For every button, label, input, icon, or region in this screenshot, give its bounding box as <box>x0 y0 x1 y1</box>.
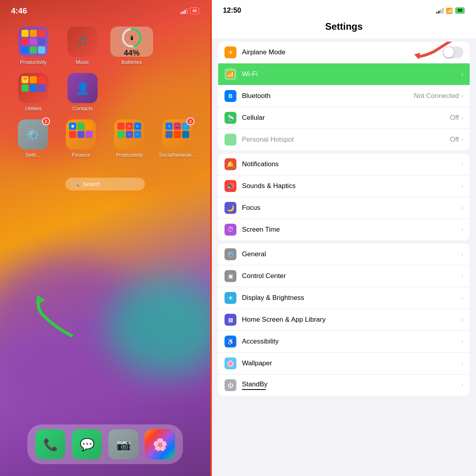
wallpaper-label: Wallpaper <box>242 359 461 367</box>
app-icon-music[interactable]: 🎵 Music <box>61 27 104 65</box>
controlcenter-chevron-icon: › <box>461 273 463 280</box>
standby-chevron-icon: › <box>461 382 463 389</box>
display-icon: ☀ <box>225 292 236 304</box>
cellular-chevron-icon: › <box>461 114 463 121</box>
app-icon-finance[interactable]: 📊 Finance <box>60 119 102 158</box>
hotspot-label: Personal Hotspot <box>242 136 450 144</box>
utilities-icon: 📅 <box>18 73 48 103</box>
wallpaper-chevron-icon: › <box>461 360 463 367</box>
dock-camera[interactable]: 📷 <box>108 429 138 459</box>
homescreen-label: Home Screen & App Library <box>242 316 461 324</box>
settings-icon: ⚙️ 2 <box>18 119 48 150</box>
settings-row-cellular[interactable]: 📡 Cellular Off › <box>218 107 470 129</box>
music-icon: 🎵 <box>67 27 98 57</box>
settings-row-focus[interactable]: 🌙 Focus › <box>218 197 470 219</box>
accessibility-chevron-icon: › <box>461 338 463 345</box>
search-bar[interactable]: 🔍 Search <box>65 178 145 190</box>
settings-row-wifi[interactable]: 📶 Wi-Fi › <box>218 63 470 85</box>
dock: 📞 💬 📷 🌸 <box>27 424 183 464</box>
search-container: 🔍 Search <box>0 178 210 190</box>
contacts-label: Contacts <box>72 106 92 111</box>
app-icon-productivity-folder[interactable]: Productivity <box>12 27 55 65</box>
settings-wifi-icon: 📶 <box>446 8 453 14</box>
utilities-label: Utilities <box>25 106 42 111</box>
app-icon-social[interactable]: f 📷 🐦 2 SocialNetwoki... <box>157 119 199 158</box>
social-badge: 2 <box>186 117 194 125</box>
standby-icon: ⏻ <box>225 379 236 391</box>
screentime-chevron-icon: › <box>461 226 463 233</box>
cellular-icon: 📡 <box>225 112 236 124</box>
settings-row-hotspot[interactable]: 🔗 Personal Hotspot Off › <box>218 129 470 150</box>
settings-group-general: ⚙️ General › ▣ Control Center › ☀ Displa… <box>218 244 470 396</box>
wifi-label: Wi-Fi <box>242 70 461 78</box>
settings-label: Setti... <box>25 152 40 158</box>
airplane-mode-icon: ✈ <box>225 46 236 58</box>
focus-chevron-icon: › <box>461 204 463 211</box>
wallpaper-icon: 🌸 <box>225 357 236 369</box>
batteries-label: Batteries <box>121 59 142 65</box>
accessibility-icon: ♿ <box>225 336 236 347</box>
general-chevron-icon: › <box>461 251 463 258</box>
settings-row-accessibility[interactable]: ♿ Accessibility › <box>218 331 470 353</box>
app-row-1: Productivity 🎵 Music 📱 <box>12 27 198 65</box>
settings-row-sounds[interactable]: 🔊 Sounds & Haptics › <box>218 175 470 197</box>
settings-row-standby[interactable]: ⏻ StandBy › <box>218 374 470 396</box>
app-icon-utilities[interactable]: 📅 Utilities <box>12 73 55 111</box>
wifi-chevron-icon: › <box>461 71 463 78</box>
productivity-folder-icon <box>18 27 48 57</box>
screentime-icon: ⏱ <box>225 224 236 236</box>
cellular-label: Cellular <box>242 114 450 122</box>
settings-title: Settings <box>212 18 476 38</box>
green-arrow-annotation <box>24 292 79 341</box>
social-label: SocialNetwoki... <box>159 152 196 158</box>
phone-time: 4:46 <box>11 6 27 15</box>
settings-status-bar: 12:50 📶 99 <box>212 0 476 18</box>
search-placeholder: Search <box>83 181 100 187</box>
finance-icon: 📊 <box>66 119 96 150</box>
dock-phone[interactable]: 📞 <box>35 429 65 459</box>
batteries-widget: 📱 44% <box>110 27 153 57</box>
airplane-mode-toggle[interactable] <box>443 46 463 58</box>
general-label: General <box>242 250 461 258</box>
settings-row-general[interactable]: ⚙️ General › <box>218 244 470 265</box>
phone-icon: 📞 <box>43 438 58 451</box>
settings-group-connectivity: ✈ Airplane Mode 📶 Wi-Fi › B Bluetooth No… <box>218 42 470 150</box>
bluetooth-value: Not Connected <box>414 92 459 100</box>
search-icon: 🔍 <box>73 181 79 187</box>
sounds-icon: 🔊 <box>225 180 236 192</box>
settings-status-icons: 📶 99 <box>436 7 465 14</box>
notifications-icon: 🔔 <box>225 158 236 170</box>
settings-row-airplane[interactable]: ✈ Airplane Mode <box>218 42 470 63</box>
settings-row-controlcenter[interactable]: ▣ Control Center › <box>218 265 470 287</box>
controlcenter-icon: ▣ <box>225 270 236 282</box>
settings-row-wallpaper[interactable]: 🌸 Wallpaper › <box>218 353 470 374</box>
homescreen-chevron-icon: › <box>461 316 463 323</box>
settings-row-homescreen[interactable]: ▦ Home Screen & App Library › <box>218 309 470 331</box>
general-icon: ⚙️ <box>225 248 236 260</box>
app-icon-settings[interactable]: ⚙️ 2 Setti... <box>12 119 54 158</box>
app-icon-productivity2[interactable]: G M + T Productivity <box>108 119 150 158</box>
settings-battery-icon: 99 <box>455 7 465 14</box>
focus-label: Focus <box>242 204 461 212</box>
app-row-2: 📅 Utilities 👤 Contacts <box>12 73 198 111</box>
app-icon-contacts[interactable]: 👤 Contacts <box>61 73 104 111</box>
settings-row-bluetooth[interactable]: B Bluetooth Not Connected › <box>218 85 470 107</box>
settings-row-screentime[interactable]: ⏱ Screen Time › <box>218 219 470 240</box>
app-row-3: ⚙️ 2 Setti... 📊 Finance <box>12 119 198 158</box>
settings-row-notifications[interactable]: 🔔 Notifications › <box>218 154 470 175</box>
bluetooth-icon: B <box>225 90 236 102</box>
bluetooth-label: Bluetooth <box>242 92 414 100</box>
camera-icon: 📷 <box>116 438 131 451</box>
standby-underline <box>242 389 266 390</box>
controlcenter-label: Control Center <box>242 272 461 280</box>
settings-row-display[interactable]: ☀ Display & Brightness › <box>218 287 470 309</box>
accessibility-label: Accessibility <box>242 338 461 345</box>
dock-photos[interactable]: 🌸 <box>145 429 175 459</box>
dock-messages[interactable]: 💬 <box>72 429 102 459</box>
hotspot-value: Off <box>450 136 459 144</box>
settings-time: 12:50 <box>223 6 241 15</box>
hotspot-icon: 🔗 <box>225 134 236 146</box>
phone-signal-icon <box>180 8 188 14</box>
settings-badge: 2 <box>42 117 50 125</box>
app-icon-batteries[interactable]: 📱 44% Batteries <box>110 27 153 65</box>
